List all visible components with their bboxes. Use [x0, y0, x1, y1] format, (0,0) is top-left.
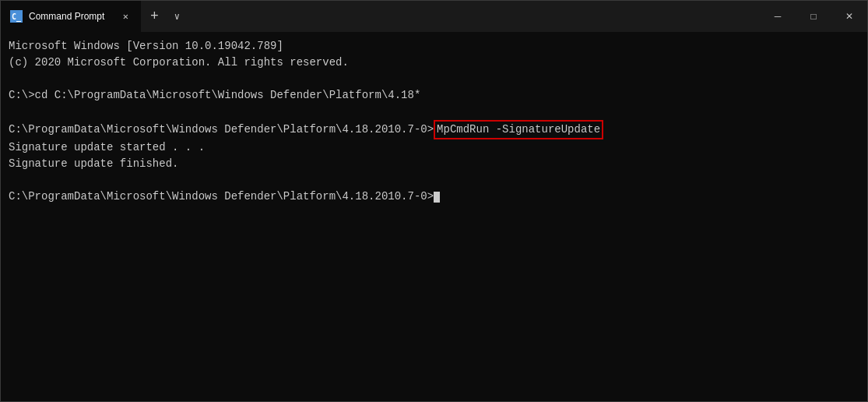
maximize-button[interactable]: □ [796, 1, 831, 32]
new-tab-button[interactable]: + [141, 1, 168, 32]
terminal-line-4: C:\>cd C:\ProgramData\Microsoft\Windows … [9, 87, 859, 104]
terminal-line-2: (c) 2020 Microsoft Corporation. All righ… [9, 55, 859, 71]
terminal-line-6-prefix: C:\ProgramData\Microsoft\Windows Defende… [9, 122, 434, 138]
terminal-empty-1 [9, 71, 859, 87]
terminal-line-6: C:\ProgramData\Microsoft\Windows Defende… [9, 120, 859, 139]
tab-icon-text: C_ [12, 12, 21, 21]
terminal-line-10: C:\ProgramData\Microsoft\Windows Defende… [9, 189, 859, 205]
terminal-cursor [434, 192, 440, 203]
terminal-empty-2 [9, 104, 859, 120]
highlighted-command: MpCmdRun -SignatureUpdate [434, 120, 603, 139]
titlebar-tabs: C_ Command Prompt ✕ + ∨ [1, 1, 760, 32]
terminal-line-1: Microsoft Windows [Version 10.0.19042.78… [9, 38, 859, 55]
active-tab[interactable]: C_ Command Prompt ✕ [1, 1, 141, 32]
minimize-button[interactable]: ─ [760, 1, 796, 32]
tab-icon: C_ [10, 10, 23, 23]
terminal-line-8: Signature update finished. [9, 156, 859, 172]
terminal-empty-3 [9, 172, 859, 189]
terminal-body[interactable]: Microsoft Windows [Version 10.0.19042.78… [1, 32, 867, 401]
terminal-prompt: C:\ProgramData\Microsoft\Windows Defende… [9, 189, 434, 205]
terminal-line-7: Signature update started . . . [9, 139, 859, 156]
titlebar: C_ Command Prompt ✕ + ∨ ─ □ ✕ [1, 1, 867, 32]
tab-close-button[interactable]: ✕ [120, 9, 132, 24]
tabs-dropdown-button[interactable]: ∨ [168, 1, 186, 32]
close-button[interactable]: ✕ [831, 1, 867, 32]
window-controls: ─ □ ✕ [760, 1, 867, 32]
tab-title: Command Prompt [29, 11, 114, 22]
cmd-window: C_ Command Prompt ✕ + ∨ ─ □ ✕ Microsoft … [0, 0, 868, 402]
